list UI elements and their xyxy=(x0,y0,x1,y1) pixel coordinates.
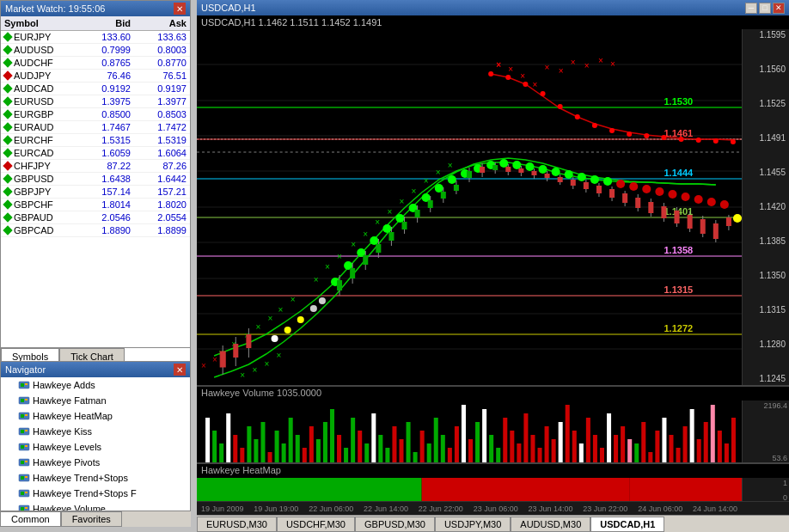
svg-rect-228 xyxy=(316,439,321,464)
market-row[interactable]: GBPCHF 1.8014 1.8020 xyxy=(1,199,190,211)
market-row[interactable]: EURUSD 1.3975 1.3977 xyxy=(1,95,190,108)
nav-item-label: Hawkeye Volume xyxy=(33,504,106,511)
nav-item[interactable]: Hawkeye Volume xyxy=(1,501,190,511)
svg-rect-250 xyxy=(468,439,473,464)
svg-rect-229 xyxy=(323,422,327,464)
nav-item[interactable]: Hawkeye Pivots xyxy=(1,455,190,470)
ask-value: 76.51 xyxy=(131,70,187,81)
nav-tab-favorites[interactable]: Favorites xyxy=(61,511,122,527)
bid-value: 1.8014 xyxy=(70,199,131,210)
market-row[interactable]: AUDCHF 0.8765 0.8770 xyxy=(1,57,190,70)
svg-rect-167 xyxy=(454,185,459,191)
svg-rect-243 xyxy=(420,431,425,464)
bottom-tab[interactable]: GBPUSD,M30 xyxy=(355,517,435,532)
nav-item[interactable]: Hawkeye Levels xyxy=(1,439,190,455)
ask-value: 0.8003 xyxy=(131,45,187,55)
svg-rect-258 xyxy=(523,413,528,464)
svg-point-104 xyxy=(297,316,304,323)
bottom-tab[interactable]: EURUSD,M30 xyxy=(197,517,277,532)
market-row[interactable]: EURCHF 1.5315 1.5319 xyxy=(1,134,190,147)
market-row[interactable]: AUDCAD 0.9192 0.9197 xyxy=(1,83,190,95)
navigator-close[interactable]: ✕ xyxy=(174,364,186,376)
nav-item[interactable]: Hawkeye Fatman xyxy=(1,393,190,408)
svg-rect-290 xyxy=(197,478,422,503)
svg-rect-223 xyxy=(282,443,286,464)
svg-rect-183 xyxy=(558,177,563,182)
market-row[interactable]: EURCAD 1.6059 1.6064 xyxy=(1,147,190,160)
svg-point-84 xyxy=(512,161,521,169)
chart-close-btn[interactable]: ✕ xyxy=(773,3,785,14)
bid-value: 0.9192 xyxy=(70,83,131,94)
market-row[interactable]: EURAUD 1.7467 1.7472 xyxy=(1,121,190,134)
market-row[interactable]: AUDJPY 76.46 76.51 xyxy=(1,70,190,83)
market-row[interactable]: GBPCAD 1.8890 1.8899 xyxy=(1,224,190,237)
volume-label: Hawkeye Volume 1035.0000 xyxy=(201,388,321,398)
svg-rect-235 xyxy=(364,443,369,464)
nav-item-label: Hawkeye Trend+Stops F xyxy=(33,488,137,498)
bottom-tab[interactable]: USDJPY,M30 xyxy=(435,517,511,532)
nav-item[interactable]: Hawkeye Kiss xyxy=(1,424,190,439)
svg-text:×: × xyxy=(201,361,206,370)
nav-tab-common[interactable]: Common xyxy=(0,511,61,527)
bid-value: 133.60 xyxy=(70,32,131,42)
svg-text:×: × xyxy=(448,161,453,170)
market-row[interactable]: GBPUSD 1.6438 1.6442 xyxy=(1,173,190,186)
svg-text:×: × xyxy=(598,56,603,65)
svg-point-65 xyxy=(661,135,666,140)
nav-item[interactable]: Hawkeye Trend+Stops xyxy=(1,470,190,486)
bottom-tab[interactable]: USDCHF,M30 xyxy=(277,517,355,532)
hawkeye-icon xyxy=(18,394,30,407)
svg-rect-5 xyxy=(25,399,28,401)
svg-rect-8 xyxy=(25,414,28,416)
svg-text:×: × xyxy=(399,197,404,206)
symbol-diamond xyxy=(3,135,12,144)
nav-item[interactable]: Hawkeye Trend+Stops F xyxy=(1,486,190,501)
hm-max-label: 1 xyxy=(743,479,789,487)
ask-value: 1.8899 xyxy=(131,225,187,235)
bottom-tab[interactable]: AUDUSD,M30 xyxy=(511,517,590,532)
symbol-name: GBPCAD xyxy=(14,225,53,235)
market-row[interactable]: EURJPY 133.60 133.63 xyxy=(1,31,190,44)
svg-rect-153 xyxy=(363,255,368,265)
market-row[interactable]: GBPJPY 157.14 157.21 xyxy=(1,186,190,199)
svg-rect-279 xyxy=(669,435,673,464)
heatmap-info-bar: Hawkeye HeatMap xyxy=(197,464,789,478)
nav-item[interactable]: Hawkeye HeatMap xyxy=(1,408,190,424)
market-row[interactable]: AUDUSD 0.7999 0.8003 xyxy=(1,44,190,57)
bottom-tab[interactable]: USDCAD,H1 xyxy=(590,517,664,532)
symbol-diamond xyxy=(3,187,12,196)
svg-point-88 xyxy=(565,170,573,179)
svg-rect-212 xyxy=(205,418,210,464)
vol-max-label: 2196.4 xyxy=(743,402,789,410)
market-row[interactable]: EURGBP 0.8500 0.8503 xyxy=(1,108,190,121)
svg-point-55 xyxy=(488,71,493,76)
svg-point-75 xyxy=(395,214,404,223)
volume-axis: 2196.4 53.6 xyxy=(742,401,789,464)
symbol-name: EURAUD xyxy=(14,122,53,132)
chart-info-text: USDCAD,H1 1.1462 1.1511 1.1452 1.1491 xyxy=(201,17,382,28)
svg-rect-155 xyxy=(376,244,381,253)
time-axis-label: 23 Jun 14:00 xyxy=(528,504,572,513)
market-watch-close[interactable]: ✕ xyxy=(174,3,186,15)
svg-rect-209 xyxy=(726,217,731,226)
svg-text:×: × xyxy=(508,64,513,74)
svg-text:×: × xyxy=(412,187,417,196)
svg-rect-20 xyxy=(25,476,28,478)
market-row[interactable]: CHFJPY 87.22 87.26 xyxy=(1,160,190,173)
symbol-name: GBPJPY xyxy=(14,187,51,197)
chart-minimize-btn[interactable]: ─ xyxy=(745,3,757,14)
svg-rect-270 xyxy=(607,413,611,464)
market-watch-panel: Market Watch: 19:55:06 ✕ Symbol Bid Ask … xyxy=(0,0,191,370)
svg-point-61 xyxy=(592,123,597,128)
vol-min-label: 53.6 xyxy=(743,455,789,462)
svg-point-102 xyxy=(272,335,278,342)
price-axis-label: 1.1245 xyxy=(743,375,789,383)
symbol-diamond xyxy=(3,83,12,93)
nav-item[interactable]: Hawkeye Adds xyxy=(1,377,190,393)
svg-rect-151 xyxy=(350,268,355,278)
chart-restore-btn[interactable]: □ xyxy=(759,3,771,14)
svg-text:1.1272: 1.1272 xyxy=(664,323,693,333)
bid-value: 2.0546 xyxy=(70,212,131,223)
svg-rect-233 xyxy=(351,418,355,464)
market-row[interactable]: GBPAUD 2.0546 2.0554 xyxy=(1,211,190,224)
